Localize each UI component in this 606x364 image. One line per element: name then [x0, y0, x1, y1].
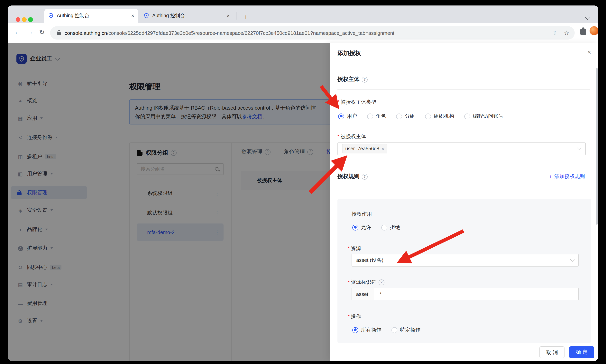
tab-title: Authing 控制台	[152, 12, 224, 19]
tab-authing-active[interactable]: Authing 控制台 ×	[44, 9, 138, 23]
radio-all-actions[interactable]: 所有操作	[352, 326, 381, 334]
profile-avatar[interactable]	[590, 26, 598, 35]
drawer-close-icon[interactable]: ×	[587, 49, 591, 56]
minimize-window-button[interactable]	[22, 17, 27, 22]
radio-icon[interactable]	[352, 327, 358, 333]
radio-user[interactable]: 用户	[338, 113, 357, 120]
favicon-shield-icon	[48, 13, 54, 18]
radio-icon[interactable]	[396, 113, 402, 119]
radio-group[interactable]: 分组	[396, 113, 415, 120]
close-window-button[interactable]	[16, 17, 20, 22]
radio-icon[interactable]	[464, 113, 470, 119]
section-divider	[337, 89, 590, 90]
url-domain: console.authing.cn	[65, 30, 107, 36]
radio-icon[interactable]	[381, 224, 387, 230]
drawer-title: 添加授权	[337, 50, 361, 57]
select-chevron-icon	[570, 257, 575, 262]
plus-icon: +	[549, 173, 552, 180]
drawer-footer: 取 消 确 定	[330, 343, 598, 361]
subject-label: *被授权主体	[337, 133, 366, 140]
radio-allow[interactable]: 允许	[352, 224, 371, 231]
tab-close-icon[interactable]: ×	[227, 13, 230, 19]
tab-strip: Authing 控制台 × Authing 控制台 × +	[8, 5, 598, 23]
tab-search-chevron-icon[interactable]	[585, 15, 590, 20]
tag-remove-icon[interactable]: ×	[382, 146, 384, 151]
extensions-icon[interactable]	[580, 29, 586, 35]
zoom-window-button[interactable]	[28, 17, 33, 22]
action-radio-group: 所有操作 特定操作	[352, 326, 431, 334]
radio-role[interactable]: 角色	[367, 113, 386, 120]
identifier-input[interactable]: *	[374, 288, 578, 300]
resource-select[interactable]: asset (设备)	[352, 254, 579, 267]
browser-toolbar: ← → ↻ console.authing.cn/console/6225dd4…	[8, 23, 598, 43]
select-chevron-icon	[577, 146, 582, 150]
add-rule-link[interactable]: +添加授权规则	[549, 173, 585, 180]
radio-organization[interactable]: 组织机构	[425, 113, 454, 120]
radio-deny[interactable]: 拒绝	[381, 224, 400, 231]
drawer-header: 添加授权 ×	[330, 43, 598, 64]
subject-select[interactable]: user_7ea556d8×	[337, 143, 586, 155]
rule-card: 授权作用 允许 拒绝 *资源 asset (设备) *资源标识符?	[337, 199, 591, 343]
subject-tag: user_7ea556d8×	[342, 144, 387, 154]
subject-type-label: *被授权主体类型	[337, 99, 376, 106]
tab-close-icon[interactable]: ×	[131, 13, 134, 19]
url-text[interactable]: console.authing.cn/console/6225dd4297dfd…	[65, 30, 395, 36]
identifier-prefix-addon: asset:	[352, 288, 374, 300]
radio-icon[interactable]	[338, 113, 344, 119]
subject-section-title: 授权主体?	[337, 76, 590, 83]
action-label: *操作	[348, 313, 361, 320]
drawer-scrollbar[interactable]	[596, 68, 598, 225]
resource-value: asset (设备)	[356, 257, 383, 264]
resource-label: *资源	[348, 245, 361, 252]
help-icon[interactable]: ?	[362, 174, 368, 180]
tab-authing-inactive[interactable]: Authing 控制台 ×	[140, 9, 234, 23]
reload-button[interactable]: ↻	[39, 28, 45, 36]
identifier-label: *资源标识符?	[348, 279, 384, 286]
radio-icon[interactable]	[352, 224, 358, 230]
add-authorization-drawer: 添加授权 × 授权主体? *被授权主体类型 用户 角色 分组 组	[330, 43, 598, 361]
radio-icon[interactable]	[425, 113, 431, 119]
favicon-shield-icon	[144, 13, 149, 18]
bookmark-star-icon[interactable]: ☆	[564, 29, 569, 36]
browser-window: Authing 控制台 × Authing 控制台 × + ← → ↻ cons…	[8, 5, 598, 361]
required-asterisk: *	[337, 99, 339, 105]
subject-type-radio-group: 用户 角色 分组 组织机构 编程访问账号	[338, 113, 514, 120]
cancel-button[interactable]: 取 消	[540, 346, 565, 358]
radio-programmatic-account[interactable]: 编程访问账号	[464, 113, 503, 120]
radio-icon[interactable]	[392, 327, 397, 333]
help-icon[interactable]: ?	[362, 77, 368, 82]
effect-label: 授权作用	[352, 210, 372, 218]
radio-icon[interactable]	[367, 113, 373, 119]
new-tab-button[interactable]: +	[244, 13, 248, 21]
https-lock-icon	[57, 32, 61, 35]
page-viewport: 企业员工 ◉新手引导◕概览▦应用<连接身份源◫多租户beta◧用户管理权限管理◈…	[8, 43, 598, 361]
forward-button[interactable]: →	[27, 28, 33, 36]
tab-title: Authing 控制台	[57, 12, 128, 19]
share-icon[interactable]: ⇧	[552, 30, 557, 36]
modal-mask[interactable]	[8, 43, 330, 361]
url-path: /console/6225dd4297dfdae373e3b0e5/resour…	[107, 30, 395, 36]
drawer-body: 授权主体? *被授权主体类型 用户 角色 分组 组织机构 编程访问账号 *	[337, 76, 590, 83]
back-button[interactable]: ←	[14, 28, 21, 36]
tab-divider	[236, 12, 237, 20]
confirm-button[interactable]: 确 定	[569, 346, 594, 358]
address-bar[interactable]: console.authing.cn/console/6225dd4297dfd…	[50, 26, 575, 39]
identifier-input-group: asset: *	[352, 288, 579, 300]
effect-radio-group: 允许 拒绝	[352, 224, 410, 231]
help-icon[interactable]: ?	[379, 279, 384, 285]
screenshot-stage: Authing 控制台 × Authing 控制台 × + ← → ↻ cons…	[0, 0, 606, 364]
rules-section-title: 授权规则?	[337, 173, 368, 180]
radio-specific-actions[interactable]: 特定操作	[392, 326, 421, 334]
